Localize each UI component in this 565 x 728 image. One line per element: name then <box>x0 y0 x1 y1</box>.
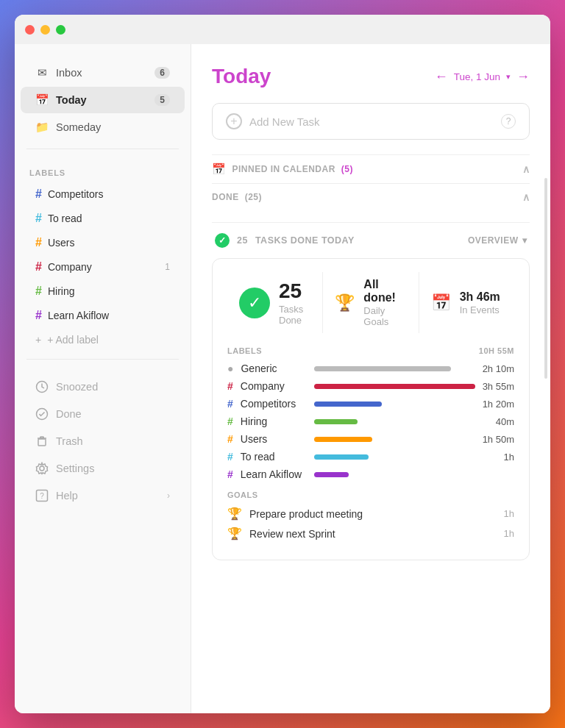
maximize-button[interactable] <box>56 25 65 35</box>
done-section-title: DONE <box>212 192 239 202</box>
label-name-learn-akiflow: Learn Akiflow <box>48 310 109 321</box>
help-icon: ? <box>35 489 49 502</box>
label-hash-5: # <box>227 451 233 463</box>
label-hash-3: # <box>227 415 233 427</box>
sidebar-divider-2 <box>26 359 179 360</box>
add-task-bar[interactable]: + Add New Task ? <box>212 103 530 140</box>
sidebar-label-users[interactable]: # Users <box>21 231 185 254</box>
label-time-5: 1h <box>504 452 514 463</box>
overview-button[interactable]: OVERVIEW ▾ <box>468 235 527 246</box>
add-task-placeholder: Add New Task <box>249 115 320 128</box>
stat-tasks-done: ✓ 25 Tasks Done <box>227 272 322 333</box>
scrollbar[interactable] <box>544 178 547 379</box>
label-row-users: # Users 1h 50m <box>227 433 514 445</box>
trophy-goal-icon-0: 🏆 <box>227 507 242 521</box>
sidebar-item-today[interactable]: 📅 Today 5 <box>21 87 185 113</box>
hash-icon-competitors: # <box>35 188 42 201</box>
tasks-done-count: 25 <box>237 235 248 246</box>
page-title: Today <box>212 65 271 88</box>
pinned-chevron-icon: ∧ <box>522 163 530 175</box>
sidebar-item-someday[interactable]: 📁 Someday <box>21 114 185 140</box>
sidebar-divider <box>26 149 179 149</box>
label-hash-4: # <box>227 433 233 445</box>
label-name-row-4: Users <box>241 433 307 445</box>
goal-row-0: 🏆 Prepare product meeting 1h <box>227 507 514 521</box>
label-time-0: 2h 10m <box>483 363 514 374</box>
sidebar-label-someday: Someday <box>56 121 101 133</box>
sidebar-label-done: Done <box>56 408 82 420</box>
svg-point-8 <box>40 466 44 471</box>
label-name-row-6: Learn Akiflow <box>241 468 307 480</box>
sidebar-label-help: Help <box>56 490 78 502</box>
add-task-plus-icon: + <box>226 113 242 129</box>
label-name-row-0: Generic <box>241 363 307 374</box>
label-time-3: 40m <box>496 416 514 427</box>
sidebar-item-inbox[interactable]: ✉ Inbox 6 <box>21 60 185 86</box>
goals-section: GOALS 🏆 Prepare product meeting 1h 🏆 Rev… <box>227 490 514 540</box>
done-section-header[interactable]: DONE (25) ∧ <box>212 183 530 210</box>
next-date-button[interactable]: → <box>516 69 530 85</box>
sidebar-label-company[interactable]: # Company 1 <box>21 255 185 279</box>
sidebar-item-done[interactable]: Done <box>21 401 185 427</box>
goal-time-1: 1h <box>504 528 514 539</box>
check-circle-icon: ✓ <box>239 288 270 318</box>
trash-icon <box>35 435 49 448</box>
label-time-4: 1h 50m <box>483 434 514 445</box>
snoozed-icon <box>35 380 49 393</box>
help-chevron-icon: › <box>167 490 170 501</box>
label-hash-1: # <box>227 380 233 392</box>
inbox-badge: 6 <box>154 67 170 79</box>
help-icon[interactable]: ? <box>501 114 516 129</box>
sidebar-item-trash[interactable]: Trash <box>21 428 185 454</box>
bar-3 <box>314 419 358 424</box>
bar-2 <box>314 402 382 407</box>
sidebar-label-hiring[interactable]: # Hiring <box>21 279 185 303</box>
sidebar-label-to-read[interactable]: # To read <box>21 207 185 230</box>
bar-container-4 <box>314 437 475 442</box>
in-events-value: 3h 46m <box>460 290 500 304</box>
label-time-2: 1h 20m <box>483 399 514 410</box>
label-name-to-read: To read <box>48 213 82 224</box>
calendar-stat-icon: 📅 <box>431 293 451 313</box>
tasks-done-label: TASKS DONE TODAY <box>255 235 355 246</box>
daily-goals-label: Daily Goals <box>363 305 406 327</box>
sidebar-item-snoozed[interactable]: Snoozed <box>21 374 185 400</box>
bar-0 <box>314 366 450 371</box>
done-icon <box>35 407 49 421</box>
goal-row-1: 🏆 Review next Sprint 1h <box>227 527 514 540</box>
trophy-goal-icon-1: 🏆 <box>227 527 242 540</box>
sidebar-label-trash: Trash <box>56 435 83 447</box>
pinned-count: (5) <box>341 164 353 174</box>
bar-container-3 <box>314 419 488 424</box>
label-row-learn-akiflow: # Learn Akiflow <box>227 468 514 480</box>
close-button[interactable] <box>25 25 35 35</box>
date-dropdown-icon[interactable]: ▾ <box>506 72 511 82</box>
sidebar-label-learn-akiflow[interactable]: # Learn Akiflow <box>21 304 185 327</box>
svg-text:?: ? <box>40 492 44 500</box>
bar-container-0 <box>314 366 475 371</box>
hash-icon-hiring: # <box>35 285 42 298</box>
date-navigation: ← Tue, 1 Jun ▾ → <box>435 69 530 85</box>
pinned-section-header[interactable]: 📅 PINNED IN CALENDAR (5) ∧ <box>212 154 530 183</box>
sidebar-item-settings[interactable]: Settings <box>21 455 185 482</box>
hash-icon-users: # <box>35 236 42 249</box>
minimize-button[interactable] <box>40 25 50 35</box>
hash-icon-to-read: # <box>35 212 42 225</box>
bar-container-1 <box>314 384 475 389</box>
svg-rect-2 <box>38 439 46 446</box>
plus-icon: + <box>35 334 41 346</box>
done-chevron-icon: ∧ <box>522 191 530 203</box>
sidebar-label-competitors[interactable]: # Competitors <box>21 182 185 206</box>
label-name-competitors: Competitors <box>48 188 103 200</box>
labels-section: LABELS 10h 55m ● Generic 2h 10m # Compan… <box>227 346 514 480</box>
add-label-button[interactable]: + + Add label <box>21 329 185 351</box>
goal-time-0: 1h <box>504 508 514 519</box>
prev-date-button[interactable]: ← <box>435 69 448 85</box>
chevron-down-icon: ▾ <box>522 235 527 246</box>
bar-container-2 <box>314 402 475 407</box>
tasks-done-check-icon: ✓ <box>215 233 230 248</box>
goal-name-1: Review next Sprint <box>249 528 335 540</box>
sidebar-item-help[interactable]: ? Help › <box>21 482 185 509</box>
label-name-row-3: Hiring <box>241 415 307 427</box>
label-badge-company: 1 <box>165 262 170 272</box>
